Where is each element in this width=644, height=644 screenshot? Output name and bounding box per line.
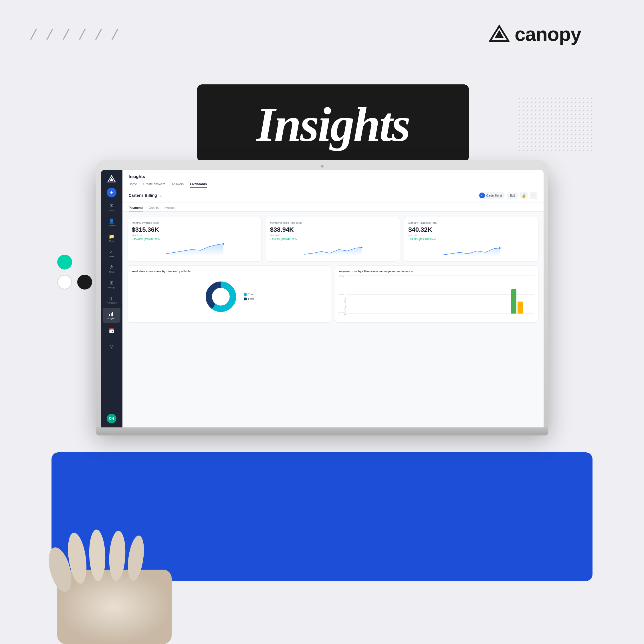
chart-title-donut: Total Time Entry Hours by Time Entry Bil… [132, 270, 327, 273]
dashboard-content-area: Monthly Invoiced Total $315.36K Mar 2023… [122, 212, 544, 427]
svg-rect-7 [111, 313, 112, 316]
calendar-icon: 📅 [109, 328, 114, 334]
app-header-title: Insights [129, 174, 537, 179]
billing-label: Billing [108, 286, 114, 289]
metric-change-payments: ↑ 34.57% [$29.94K] MoM [408, 238, 534, 241]
learning-icon: ◎ [110, 344, 114, 349]
svg-rect-9 [114, 312, 114, 312]
files-icon: 📁 [109, 234, 114, 239]
sidebar-item-templates[interactable]: ◫ Templates [103, 292, 120, 307]
tasks-label: Tasks [108, 255, 114, 258]
sparkline-invoiced [132, 242, 257, 256]
user-avatar-small: C [479, 193, 485, 198]
sidebar-logo [106, 174, 117, 184]
metric-value-payments: $40.32K [408, 226, 534, 233]
svg-rect-3 [518, 97, 593, 152]
svg-point-10 [222, 243, 224, 245]
white-circle [57, 275, 72, 290]
metric-value-invoiced: $315.36K [132, 226, 257, 233]
sparkline-paid [270, 242, 396, 256]
tab-create-answers[interactable]: Create answers [143, 181, 165, 188]
charts-row: Total Time Entry Hours by Time Entry Bil… [128, 265, 538, 323]
templates-label: Templates [106, 302, 116, 304]
sparkline-payments [408, 242, 534, 256]
metric-title-invoiced: Monthly Invoiced Total [132, 221, 257, 224]
metric-card-paid: Monthly Invoice Paid Total $38.94K Mar 2… [266, 217, 400, 261]
chart-title-bar: Payment Total by Client Name and Payment… [339, 270, 534, 273]
share-button[interactable]: 🔒 [520, 192, 528, 199]
metric-date-paid: Mar 2023 [270, 234, 396, 237]
user-avatar-initial: C [481, 194, 483, 197]
sidebar-item-files[interactable]: 📁 Files [103, 231, 120, 245]
sub-tab-payments[interactable]: Payments [129, 205, 144, 211]
time-icon: ⏱ [109, 265, 114, 270]
metric-change-invoiced: ↑ 454.86% [$55.84K] MoM [132, 238, 257, 241]
laptop-base [96, 427, 548, 435]
sidebar-item-calendar[interactable]: 📅 [103, 323, 120, 338]
sidebar-item-inbox[interactable]: ✉ Inbox [103, 200, 120, 215]
svg-point-11 [360, 247, 362, 248]
user-initials: CH [109, 417, 114, 421]
tab-liveboards[interactable]: Liveboards [190, 181, 207, 188]
bar-green [511, 289, 516, 314]
green-circle [57, 255, 72, 270]
tasks-icon: ✓ [110, 249, 113, 255]
insights-icon [109, 311, 114, 316]
sidebar-item-time[interactable]: ⏱ Time [103, 261, 120, 276]
dashboard-actions-group: C Carter Hurst Edit 🔒 ··· [478, 192, 537, 199]
chart-card-bar: Payment Total by Client Name and Payment… [335, 265, 538, 323]
files-label: Files [109, 240, 114, 242]
insights-banner-text: Insights [256, 98, 409, 151]
favorite-star-icon[interactable]: ☆ [159, 193, 163, 198]
tab-answers[interactable]: Answers [172, 181, 184, 188]
tab-home[interactable]: Home [129, 181, 137, 188]
inbox-icon: ✉ [110, 203, 113, 208]
user-badge: C Carter Hurst [478, 192, 505, 199]
metric-change-paid: ↑ 191.9% [$13.34K] MoM [270, 238, 396, 241]
sidebar-item-contacts[interactable]: 👤 Contacts [103, 215, 120, 230]
sidebar-item-insights[interactable]: Insights [103, 308, 120, 323]
sidebar-item-learning[interactable]: ◎ [103, 339, 120, 354]
metric-value-paid: $38.94K [270, 226, 396, 233]
add-button[interactable]: + [107, 188, 116, 197]
laptop-screen: + ✉ Inbox 👤 Contacts 📁 Files ✓ Tasks [101, 170, 544, 427]
sub-tab-invoices[interactable]: Invoices [164, 205, 175, 211]
metric-card-invoiced: Monthly Invoiced Total $315.36K Mar 2023… [128, 217, 262, 261]
laptop-frame: + ✉ Inbox 👤 Contacts 📁 Files ✓ Tasks [96, 160, 548, 427]
laptop-camera [321, 165, 324, 168]
metric-card-payments: Monthly Payments Total $40.32K Mar 2023 … [404, 217, 538, 261]
app-main-content: Insights Home Create answers Answers Liv… [122, 170, 544, 427]
more-options-button[interactable]: ··· [530, 192, 537, 199]
sub-tab-credits[interactable]: Credits [148, 205, 158, 211]
svg-point-12 [499, 247, 501, 249]
app-sidebar: + ✉ Inbox 👤 Contacts 📁 Files ✓ Tasks [101, 170, 122, 427]
donut-chart-svg [204, 280, 238, 314]
app-header: Insights Home Create answers Answers Liv… [122, 170, 544, 188]
dashboard-title-group: Carter's Billing ☆ [129, 193, 163, 198]
user-display-name: Carter Hurst [486, 194, 502, 197]
hand-decoration [23, 484, 206, 644]
laptop-wrapper: + ✉ Inbox 👤 Contacts 📁 Files ✓ Tasks [96, 160, 548, 435]
edit-button[interactable]: Edit [507, 193, 518, 199]
canopy-triangle-icon [489, 24, 510, 44]
time-label: Time [109, 271, 114, 273]
canopy-logo: canopy [489, 23, 581, 45]
svg-rect-17 [57, 570, 172, 644]
sub-tabs-bar: Payments Credits Invoices [122, 203, 544, 212]
user-avatar[interactable]: CH [107, 414, 116, 423]
metric-date-payments: Mar 2023 [408, 234, 534, 237]
sidebar-item-tasks[interactable]: ✓ Tasks [103, 246, 120, 261]
svg-point-15 [213, 288, 229, 305]
contacts-label: Contacts [107, 224, 116, 227]
chart-card-donut: Total Time Entry Hours by Time Entry Bil… [128, 265, 331, 323]
dashboard-title-text: Carter's Billing [129, 193, 157, 198]
metric-date-invoiced: Mar 2023 [132, 234, 257, 237]
insights-label: Insights [108, 317, 116, 320]
black-circle [77, 275, 92, 290]
decorative-slashes: / / / / / / [29, 26, 123, 43]
inbox-label: Inbox [109, 209, 114, 211]
sidebar-item-billing[interactable]: ⊞ Billing [103, 277, 120, 292]
svg-rect-6 [109, 314, 110, 316]
bar-yellow [518, 302, 523, 314]
nav-tabs-container: Home Create answers Answers Liveboards [129, 181, 537, 188]
